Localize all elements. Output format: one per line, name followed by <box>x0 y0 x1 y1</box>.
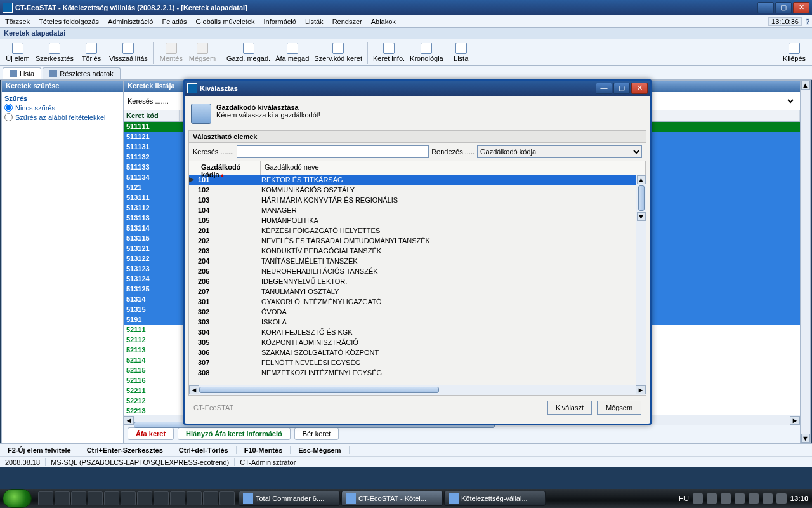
list-order-select[interactable] <box>644 95 796 107</box>
ql-icon[interactable] <box>88 491 103 505</box>
filter-radio-custom[interactable] <box>4 113 13 121</box>
taskbar-task[interactable]: Kötelezettség-vállal... <box>444 491 546 506</box>
mdi-help-button[interactable]: ? <box>806 18 809 25</box>
ql-icon[interactable] <box>203 491 218 505</box>
dialog-row[interactable]: 301GYAKORLÓ INTÉZMÉNYI IGAZGATÓ <box>189 297 646 307</box>
dialog-ok-button[interactable]: Kiválaszt <box>547 401 592 415</box>
toolbar-t-rl-s[interactable]: Törlés <box>76 41 107 64</box>
menu-ablakok[interactable]: Ablakok <box>369 17 398 27</box>
filter-option-none[interactable]: Nincs szűrés <box>4 104 121 112</box>
dialog-row[interactable]: 303ISKOLA <box>189 318 646 328</box>
dialog-row[interactable]: 104MANAGER <box>189 206 646 216</box>
dialog-maximize-button[interactable]: ▢ <box>613 83 630 94</box>
vscroll-up-icon[interactable]: ▲ <box>801 81 810 90</box>
dialog-col-code[interactable]: Gazdálkodó kódja▲ <box>197 161 261 175</box>
ql-icon[interactable] <box>121 491 136 505</box>
ql-icon[interactable] <box>38 491 53 505</box>
dialog-row[interactable]: 205NEUROREHABILITÁCIÓS TANSZÉK <box>189 267 646 277</box>
tray-lang[interactable]: HU <box>679 495 689 502</box>
info-tab[interactable]: Áfa keret <box>128 427 174 440</box>
toolbar-keret-info-[interactable]: Keret info. <box>370 41 407 64</box>
dialog-row[interactable]: 202NEVELÉS ÉS TÁRSADALOMTUDOMÁNYI TANSZÉ… <box>189 236 646 246</box>
tray-icon[interactable] <box>763 493 773 504</box>
toolbar--j-elem[interactable]: Új elem <box>3 41 33 64</box>
tray-icon[interactable] <box>721 493 731 504</box>
right-vscroll[interactable]: ▲ ▼ <box>800 81 810 443</box>
dialog-row[interactable]: 103HÁRI MÁRIA KÖNYVTÁR ÉS REGIONÁLIS <box>189 196 646 206</box>
dialog-row[interactable]: ▶101REKTOR ÉS TITKÁRSÁG <box>189 175 646 185</box>
start-button[interactable] <box>3 489 32 508</box>
dialog-row[interactable]: 206IDEGENNYELVŰ LEKTOR. <box>189 277 646 287</box>
info-tab[interactable]: Bér keret <box>294 427 339 440</box>
dialog-row[interactable]: 102KOMMUNIKÁCIÓS OSZTÁLY <box>189 185 646 196</box>
menu-globalis[interactable]: Globális műveletek <box>193 17 258 27</box>
dialog-search-input[interactable] <box>237 145 429 158</box>
menu-info[interactable]: Információ <box>261 17 299 27</box>
close-button[interactable]: ✕ <box>793 2 809 13</box>
dialog-vscroll-down-icon[interactable]: ▼ <box>637 212 646 221</box>
tray-icon[interactable] <box>735 493 745 504</box>
dialog-row[interactable]: 308NEMZETKÖZI INTÉZMÉNYI EGYSÉG <box>189 368 646 378</box>
dialog-row[interactable]: 305KÖZPONTI ADMINISZTRÁCIÓ <box>189 338 646 348</box>
dialog-hscroll-right-icon[interactable]: ► <box>636 385 646 394</box>
dialog-hscroll-thumb[interactable] <box>199 387 439 393</box>
toolbar-szerv-k-d-keret[interactable]: Szerv.kód keret <box>311 41 365 64</box>
toolbar-exit[interactable]: Kilépés <box>779 41 809 64</box>
menu-teteles[interactable]: Tételes feldolgozás <box>36 17 102 27</box>
menu-listak[interactable]: Listák <box>303 17 326 27</box>
ql-icon[interactable] <box>154 491 169 505</box>
toolbar--fa-megad[interactable]: Áfa megad <box>273 41 311 64</box>
dialog-row[interactable]: 302ÓVODA <box>189 307 646 318</box>
ql-icon[interactable] <box>104 491 119 505</box>
dialog-hscroll-left-icon[interactable]: ◄ <box>189 385 199 394</box>
ql-icon[interactable] <box>219 491 235 505</box>
tray-icon[interactable] <box>776 493 787 504</box>
menu-torzsek[interactable]: Törzsek <box>3 17 32 27</box>
ql-icon[interactable] <box>187 491 202 505</box>
dialog-close-button[interactable]: ✕ <box>631 83 648 94</box>
dialog-row[interactable]: 207TANULMÁNYI OSZTÁLY <box>189 287 646 297</box>
menu-feladas[interactable]: Feladás <box>159 17 189 27</box>
toolbar-kronol-gia[interactable]: Kronológia <box>407 41 446 64</box>
tab-lista[interactable]: Lista <box>3 67 41 79</box>
dialog-col-name[interactable]: Gazdálkodó neve <box>261 161 646 175</box>
vscroll-down-icon[interactable]: ▼ <box>801 434 810 443</box>
dialog-vscroll-thumb[interactable] <box>638 185 645 211</box>
tray-icon[interactable] <box>693 493 703 504</box>
dialog-row[interactable]: 304KORAI FEJLESZTŐ ÉS KGK <box>189 328 646 338</box>
minimize-button[interactable]: — <box>757 2 774 13</box>
menu-rendszer[interactable]: Rendszer <box>330 17 365 27</box>
ql-icon[interactable] <box>137 491 152 505</box>
dialog-vscroll[interactable]: ▲ ▼ <box>636 175 646 385</box>
filter-radio-none[interactable] <box>4 104 13 112</box>
dialog-row[interactable]: 204TANÍTÁSELMÉLETI TANSZÉK <box>189 257 646 267</box>
dialog-row[interactable]: 306SZAKMAI SZOLGÁLTATÓ KÖZPONT <box>189 348 646 358</box>
tray-icon[interactable] <box>749 493 759 504</box>
toolbar-szerkeszt-s[interactable]: Szerkesztés <box>33 41 76 64</box>
filter-option-custom[interactable]: Szűrés az alábbi feltételekkel <box>4 113 121 121</box>
dialog-grid-body[interactable]: ▶101REKTOR ÉS TITKÁRSÁG102KOMMUNIKÁCIÓS … <box>189 175 646 385</box>
info-tab[interactable]: Hiányzó Áfa keret információ <box>178 427 291 440</box>
toolbar-vissza-ll-t-s[interactable]: Visszaállítás <box>107 41 150 64</box>
dialog-hscroll[interactable]: ◄ ► <box>189 385 646 395</box>
ql-icon[interactable] <box>55 491 70 505</box>
menu-admin[interactable]: Adminisztráció <box>105 17 156 27</box>
tray-clock[interactable]: 13:10 <box>790 495 808 502</box>
tray-icon[interactable] <box>707 493 717 504</box>
col-keret-kod[interactable]: Keret kód <box>124 110 180 121</box>
toolbar-lista[interactable]: Lista <box>446 41 476 64</box>
dialog-row[interactable]: 105HUMÁNPOLITIKA <box>189 216 646 226</box>
tab-részletes adatok[interactable]: Részletes adatok <box>43 67 120 79</box>
dialog-row[interactable]: 307FELNŐTT NEVELÉSI EGYSÉG <box>189 358 646 368</box>
dialog-row[interactable]: 203KONDUKTÍV PEDAGÓGIAI TANSZÉK <box>189 246 646 257</box>
taskbar-task[interactable]: Total Commander 6.... <box>239 491 340 506</box>
dialog-cancel-button[interactable]: Mégsem <box>597 401 641 415</box>
dialog-row[interactable]: 201KÉPZÉSI FŐIGAZGATÓ HELYETTES <box>189 226 646 236</box>
hscroll-right-icon[interactable]: ► <box>790 416 800 425</box>
maximize-button[interactable]: ▢ <box>775 2 792 13</box>
dialog-vscroll-up-icon[interactable]: ▲ <box>637 175 646 184</box>
dialog-order-select[interactable]: Gazdálkodó kódja <box>477 145 642 158</box>
hscroll-left-icon[interactable]: ◄ <box>124 416 134 425</box>
taskbar-task[interactable]: CT-EcoSTAT - Kötel... <box>341 491 443 506</box>
ql-icon[interactable] <box>71 491 86 505</box>
